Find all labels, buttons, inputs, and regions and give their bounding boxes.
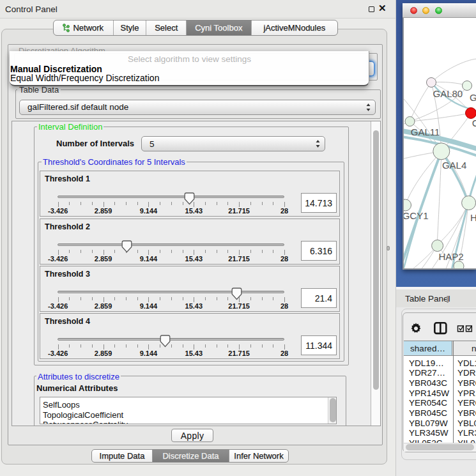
svg-text:GAL11: GAL11 <box>411 127 440 137</box>
svg-text:GAL80: GAL80 <box>433 88 463 99</box>
svg-text:H: H <box>470 212 476 223</box>
svg-text:HAP2: HAP2 <box>439 251 464 262</box>
svg-text:GAL4: GAL4 <box>442 160 466 171</box>
svg-text:GCY1: GCY1 <box>404 210 429 221</box>
svg-text:G: G <box>470 92 476 103</box>
svg-text:C: C <box>472 118 476 128</box>
